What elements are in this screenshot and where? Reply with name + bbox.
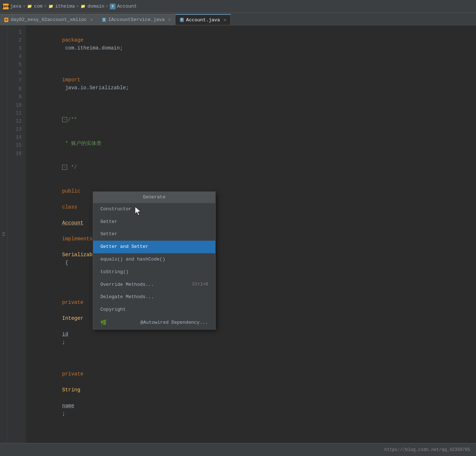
tab-xmlioc[interactable]: m day02_eesy_02account_xmlioc ✕ <box>0 14 98 25</box>
menu-item-getter[interactable]: Getter <box>93 216 215 228</box>
menu-item-getter-setter[interactable]: Getter and Setter <box>93 241 215 253</box>
breadcrumb-com[interactable]: 📁 com <box>27 4 42 9</box>
leaf-icon: 🌿 <box>100 319 107 327</box>
kw-private-11: private <box>62 371 83 377</box>
menu-constructor-label: Constructor <box>100 206 131 213</box>
bottom-bar: https://blog.csdn.net/qq_42350785 <box>0 443 476 456</box>
left-gutter: ts <box>0 25 8 443</box>
fold-icon-5[interactable]: − <box>62 117 67 122</box>
type-integer: Integer <box>62 315 83 321</box>
breadcrumb-domain-label: domain <box>87 4 104 9</box>
menu-item-copyright[interactable]: Copyright <box>93 304 215 316</box>
type-string: String <box>62 387 80 393</box>
menu-item-delegate[interactable]: Delegate Methods... <box>93 291 215 304</box>
menu-delegate-label: Delegate Methods... <box>100 293 154 301</box>
line-num-7: 7 <box>19 77 22 85</box>
tab-close-account[interactable]: ✕ <box>224 17 226 23</box>
tab-account[interactable]: C Account.java ✕ <box>176 14 231 25</box>
kw-public-8: public <box>62 188 80 194</box>
menu-tostring-label: toString() <box>100 268 129 276</box>
menu-item-setter[interactable]: Setter <box>93 228 215 241</box>
pkg-name: com.itheima.domain; <box>62 45 123 51</box>
line-num-4: 4 <box>19 52 22 60</box>
space-10b <box>62 323 65 329</box>
folder-icon-2: 📁 <box>48 4 54 9</box>
line-num-8: 8 <box>19 85 22 93</box>
line-num-3: 3 <box>19 44 22 52</box>
menu-equals-label: equals() and hashCode() <box>100 256 165 263</box>
breadcrumb-com-label: com <box>34 4 42 9</box>
code-content: 1 2 3 4 5 6 7 8 9 10 11 12 13 14 15 16 <box>8 25 476 443</box>
breadcrumb-domain[interactable]: 📁 domain <box>80 4 104 9</box>
space-8c <box>62 228 65 234</box>
classname-account: Account <box>62 220 83 226</box>
code-line-1: package com.itheima.domain; <box>32 28 476 60</box>
folder-icon-1: 📁 <box>27 4 33 9</box>
menu-override-label: Override Methods... <box>100 281 154 289</box>
breadcrumb: java java › 📁 com › 📁 itheima › 📁 domain… <box>0 0 476 13</box>
line-num-9: 9 <box>19 93 22 101</box>
tab-close-xmlioc[interactable]: ✕ <box>90 17 93 22</box>
kw-private-10: private <box>62 300 83 305</box>
code-line-4 <box>32 100 476 108</box>
menu-item-tostring[interactable]: toString() <box>93 266 215 279</box>
left-gutter-label: ts <box>2 232 6 236</box>
space-8a <box>62 196 65 202</box>
tab-bar: m day02_eesy_02account_xmlioc ✕ I IAccou… <box>0 13 476 25</box>
line-num-12: 12 <box>16 117 22 125</box>
space-8b <box>62 212 65 218</box>
breadcrumb-account-label: Account <box>117 4 137 9</box>
fold-icon-7[interactable]: − <box>62 165 67 170</box>
breadcrumb-sep-4: › <box>105 3 109 9</box>
menu-item-constructor[interactable]: Constructor <box>93 203 215 216</box>
menu-item-autowired[interactable]: 🌿 @Autowired Dependency... <box>93 316 215 329</box>
code-editor[interactable]: package com.itheima.domain; import java.… <box>26 25 476 443</box>
editor-area: ts 1 2 3 4 5 6 7 8 9 10 11 12 13 14 15 1… <box>0 25 476 443</box>
line-num-2: 2 <box>19 36 22 44</box>
line-num-10: 10 <box>16 101 22 109</box>
field-id: id <box>62 331 68 337</box>
line-num-16: 16 <box>16 150 22 158</box>
breadcrumb-java-label: java <box>10 4 21 9</box>
indent-11 <box>62 363 74 369</box>
breadcrumb-java[interactable]: java java <box>3 4 21 9</box>
code-line-5: −/** <box>32 108 476 132</box>
line-num-14: 14 <box>16 133 22 141</box>
brace-8: { <box>62 260 68 266</box>
kw-class: class <box>62 204 77 210</box>
indent-12 <box>62 435 74 440</box>
breadcrumb-account[interactable]: C Account <box>110 4 137 9</box>
field-name: name <box>62 403 74 409</box>
space-11a <box>62 379 65 385</box>
semi-10: ; <box>62 339 65 345</box>
kw-implements: implements <box>62 236 92 242</box>
indent-10 <box>62 292 74 297</box>
menu-override-shortcut: Ctrl+0 <box>192 281 208 288</box>
code-line-6: * 账户的实体类 <box>32 132 476 155</box>
space-10a <box>62 307 65 313</box>
java-icon: java <box>3 4 9 9</box>
breadcrumb-sep-1: › <box>22 3 26 9</box>
line-num-15: 15 <box>16 141 22 149</box>
context-menu: Generate Constructor Getter Setter Gette… <box>93 192 216 330</box>
javadoc-start: /** <box>68 117 77 122</box>
javadoc-end: */ <box>68 164 77 170</box>
menu-item-equals-hashcode[interactable]: equals() and hashCode() <box>93 253 215 266</box>
space-8d <box>62 244 65 250</box>
tab-iaccountservice[interactable]: I IAccountService.java ✕ <box>98 14 176 25</box>
bottom-url: https://blog.csdn.net/qq_42350785 <box>384 447 470 452</box>
breadcrumb-itheima-label: itheima <box>55 4 75 9</box>
import-name: java.io.Serializable; <box>62 85 129 91</box>
tab-close-iaccountservice[interactable]: ✕ <box>168 17 171 22</box>
menu-getter-setter-label: Getter and Setter <box>100 243 148 251</box>
line-num-5: 5 <box>19 61 22 69</box>
tab-icon-c: C <box>180 18 184 22</box>
breadcrumb-itheima[interactable]: 📁 itheima <box>48 4 75 9</box>
code-line-3: import java.io.Serializable; <box>32 68 476 100</box>
class-icon-breadcrumb: C <box>110 4 116 9</box>
menu-item-override[interactable]: Override Methods... Ctrl+0 <box>93 279 215 291</box>
code-line-11: private String name ; <box>32 354 476 426</box>
semi-11: ; <box>62 411 65 417</box>
tab-iaccountservice-label: IAccountService.java <box>108 17 165 22</box>
kw-import: import <box>62 77 80 83</box>
